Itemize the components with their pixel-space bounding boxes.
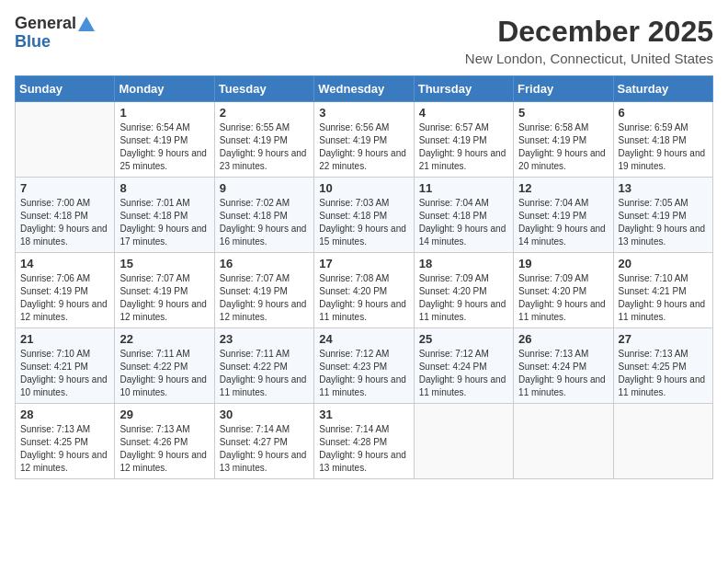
calendar-cell: [514, 404, 613, 479]
day-detail: Sunrise: 7:05 AMSunset: 4:19 PMDaylight:…: [619, 197, 708, 248]
calendar-cell: 17Sunrise: 7:08 AMSunset: 4:20 PMDayligh…: [314, 253, 414, 328]
calendar-cell: 19Sunrise: 7:09 AMSunset: 4:20 PMDayligh…: [514, 253, 613, 328]
calendar-week-row: 7Sunrise: 7:00 AMSunset: 4:18 PMDaylight…: [16, 178, 713, 253]
page-header: General Blue December 2025 New London, C…: [15, 15, 713, 66]
day-number: 14: [20, 257, 109, 270]
calendar-cell: 8Sunrise: 7:01 AMSunset: 4:18 PMDaylight…: [115, 178, 214, 253]
day-detail: Sunrise: 6:54 AMSunset: 4:19 PMDaylight:…: [119, 121, 209, 173]
calendar-cell: 7Sunrise: 7:00 AMSunset: 4:18 PMDaylight…: [16, 178, 115, 253]
day-number: 19: [518, 257, 608, 270]
day-detail: Sunrise: 6:56 AMSunset: 4:19 PMDaylight:…: [319, 121, 408, 173]
calendar-cell: 1Sunrise: 6:54 AMSunset: 4:19 PMDaylight…: [115, 102, 214, 178]
location-text: New London, Connecticut, United States: [465, 51, 713, 66]
calendar-cell: 27Sunrise: 7:13 AMSunset: 4:25 PMDayligh…: [613, 328, 712, 404]
day-number: 11: [419, 181, 508, 195]
day-detail: Sunrise: 6:55 AMSunset: 4:19 PMDaylight:…: [220, 121, 309, 173]
day-detail: Sunrise: 7:13 AMSunset: 4:25 PMDaylight:…: [619, 348, 708, 399]
day-detail: Sunrise: 7:13 AMSunset: 4:24 PMDaylight:…: [518, 348, 608, 399]
calendar-cell: 15Sunrise: 7:07 AMSunset: 4:19 PMDayligh…: [115, 253, 214, 328]
logo-blue-text: Blue: [15, 33, 51, 52]
calendar-cell: 23Sunrise: 7:11 AMSunset: 4:22 PMDayligh…: [214, 328, 313, 404]
weekday-header: Thursday: [414, 76, 513, 102]
day-detail: Sunrise: 7:07 AMSunset: 4:19 PMDaylight:…: [119, 272, 209, 324]
calendar-cell: 24Sunrise: 7:12 AMSunset: 4:23 PMDayligh…: [314, 328, 414, 404]
weekday-header: Wednesday: [314, 76, 414, 102]
day-number: 23: [220, 332, 309, 346]
day-detail: Sunrise: 7:02 AMSunset: 4:18 PMDaylight:…: [220, 197, 309, 248]
day-number: 16: [220, 257, 309, 270]
weekday-header: Sunday: [16, 76, 115, 102]
month-title: December 2025: [465, 15, 713, 49]
calendar-cell: 5Sunrise: 6:58 AMSunset: 4:19 PMDaylight…: [514, 102, 613, 178]
svg-marker-0: [78, 17, 95, 31]
calendar-cell: 21Sunrise: 7:10 AMSunset: 4:21 PMDayligh…: [16, 328, 115, 404]
day-detail: Sunrise: 6:57 AMSunset: 4:19 PMDaylight:…: [419, 121, 508, 173]
day-number: 22: [119, 332, 209, 346]
calendar-header-row: SundayMondayTuesdayWednesdayThursdayFrid…: [16, 76, 713, 102]
day-number: 2: [220, 106, 309, 120]
day-detail: Sunrise: 7:04 AMSunset: 4:19 PMDaylight:…: [518, 197, 608, 248]
day-number: 27: [619, 332, 708, 346]
calendar-week-row: 1Sunrise: 6:54 AMSunset: 4:19 PMDaylight…: [16, 102, 713, 178]
day-number: 31: [319, 408, 408, 421]
calendar-cell: 12Sunrise: 7:04 AMSunset: 4:19 PMDayligh…: [514, 178, 613, 253]
calendar-week-row: 14Sunrise: 7:06 AMSunset: 4:19 PMDayligh…: [16, 253, 713, 328]
calendar-cell: 26Sunrise: 7:13 AMSunset: 4:24 PMDayligh…: [514, 328, 613, 404]
day-number: 12: [518, 181, 608, 195]
calendar-cell: 20Sunrise: 7:10 AMSunset: 4:21 PMDayligh…: [613, 253, 712, 328]
day-number: 29: [119, 408, 209, 421]
day-detail: Sunrise: 7:10 AMSunset: 4:21 PMDaylight:…: [619, 272, 708, 324]
day-number: 6: [619, 106, 708, 120]
calendar-cell: 9Sunrise: 7:02 AMSunset: 4:18 PMDaylight…: [214, 178, 313, 253]
day-detail: Sunrise: 7:01 AMSunset: 4:18 PMDaylight:…: [119, 197, 209, 248]
calendar-cell: 3Sunrise: 6:56 AMSunset: 4:19 PMDaylight…: [314, 102, 414, 178]
day-number: 7: [20, 181, 109, 195]
weekday-header: Monday: [115, 76, 214, 102]
day-detail: Sunrise: 7:11 AMSunset: 4:22 PMDaylight:…: [220, 348, 309, 399]
day-detail: Sunrise: 7:06 AMSunset: 4:19 PMDaylight:…: [20, 272, 109, 324]
day-detail: Sunrise: 7:14 AMSunset: 4:28 PMDaylight:…: [319, 423, 408, 475]
day-number: 25: [419, 332, 508, 346]
calendar-cell: 30Sunrise: 7:14 AMSunset: 4:27 PMDayligh…: [214, 404, 313, 479]
calendar-cell: 14Sunrise: 7:06 AMSunset: 4:19 PMDayligh…: [16, 253, 115, 328]
calendar-cell: [16, 102, 115, 178]
logo: General Blue: [15, 15, 95, 52]
day-number: 30: [220, 408, 309, 421]
calendar-cell: 28Sunrise: 7:13 AMSunset: 4:25 PMDayligh…: [16, 404, 115, 479]
title-block: December 2025 New London, Connecticut, U…: [465, 15, 713, 66]
day-detail: Sunrise: 7:14 AMSunset: 4:27 PMDaylight:…: [220, 423, 309, 475]
day-number: 3: [319, 106, 408, 120]
calendar-cell: 25Sunrise: 7:12 AMSunset: 4:24 PMDayligh…: [414, 328, 513, 404]
day-number: 5: [518, 106, 608, 120]
day-number: 24: [319, 332, 408, 346]
calendar-cell: 31Sunrise: 7:14 AMSunset: 4:28 PMDayligh…: [314, 404, 414, 479]
day-detail: Sunrise: 6:58 AMSunset: 4:19 PMDaylight:…: [518, 121, 608, 173]
day-number: 15: [119, 257, 209, 270]
day-number: 10: [319, 181, 408, 195]
day-detail: Sunrise: 7:04 AMSunset: 4:18 PMDaylight:…: [419, 197, 508, 248]
day-number: 13: [619, 181, 708, 195]
calendar-cell: 11Sunrise: 7:04 AMSunset: 4:18 PMDayligh…: [414, 178, 513, 253]
calendar-cell: 10Sunrise: 7:03 AMSunset: 4:18 PMDayligh…: [314, 178, 414, 253]
day-number: 20: [619, 257, 708, 270]
weekday-header: Tuesday: [214, 76, 313, 102]
calendar-cell: 2Sunrise: 6:55 AMSunset: 4:19 PMDaylight…: [214, 102, 313, 178]
weekday-header: Friday: [514, 76, 613, 102]
day-detail: Sunrise: 7:13 AMSunset: 4:25 PMDaylight:…: [20, 423, 109, 475]
day-number: 18: [419, 257, 508, 270]
day-number: 9: [220, 181, 309, 195]
calendar-week-row: 28Sunrise: 7:13 AMSunset: 4:25 PMDayligh…: [16, 404, 713, 479]
day-detail: Sunrise: 7:08 AMSunset: 4:20 PMDaylight:…: [319, 272, 408, 324]
calendar-cell: [414, 404, 513, 479]
day-detail: Sunrise: 7:11 AMSunset: 4:22 PMDaylight:…: [119, 348, 209, 399]
day-detail: Sunrise: 7:09 AMSunset: 4:20 PMDaylight:…: [419, 272, 508, 324]
day-detail: Sunrise: 7:03 AMSunset: 4:18 PMDaylight:…: [319, 197, 408, 248]
day-detail: Sunrise: 7:07 AMSunset: 4:19 PMDaylight:…: [220, 272, 309, 324]
day-detail: Sunrise: 7:12 AMSunset: 4:24 PMDaylight:…: [419, 348, 508, 399]
day-number: 26: [518, 332, 608, 346]
day-detail: Sunrise: 7:13 AMSunset: 4:26 PMDaylight:…: [119, 423, 209, 475]
day-number: 17: [319, 257, 408, 270]
day-detail: Sunrise: 6:59 AMSunset: 4:18 PMDaylight:…: [619, 121, 708, 173]
day-detail: Sunrise: 7:12 AMSunset: 4:23 PMDaylight:…: [319, 348, 408, 399]
weekday-header: Saturday: [613, 76, 712, 102]
